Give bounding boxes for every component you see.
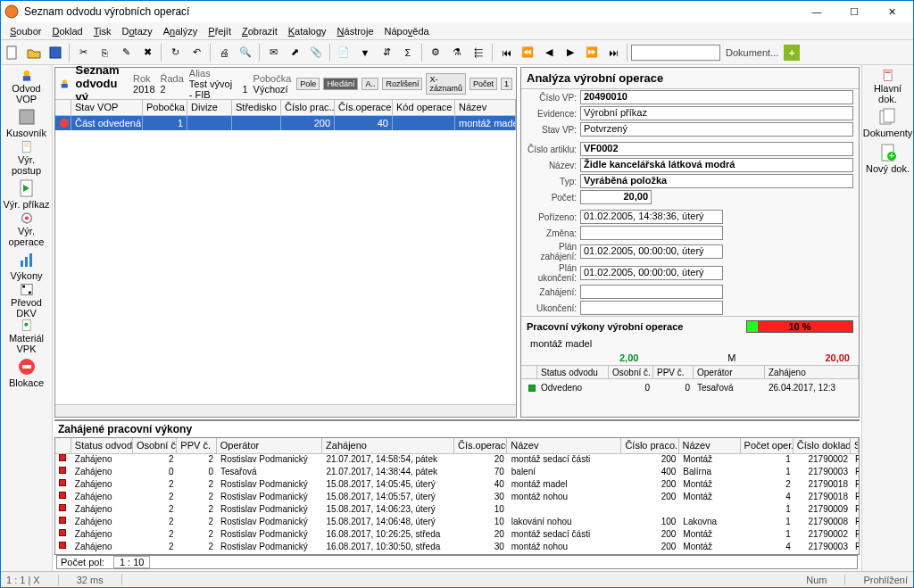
copy-icon[interactable]: ⎘ xyxy=(95,43,114,62)
open-icon[interactable] xyxy=(24,43,44,62)
attach-icon[interactable]: 📎 xyxy=(306,43,326,62)
nav-first-icon[interactable]: ⏮ xyxy=(496,43,516,62)
print-icon[interactable]: 🖨 xyxy=(214,43,234,62)
menu-zobrazit[interactable]: Zobrazit xyxy=(237,24,283,38)
porizeno-field[interactable]: 01.02.2005, 14:38:36, úterý xyxy=(580,210,723,224)
lower-row[interactable]: Zahájeno22Rostislav Podmanický16.08.2017… xyxy=(55,529,859,542)
menu-katalogy[interactable]: Katalogy xyxy=(283,24,332,38)
hledani-box[interactable]: Hledání xyxy=(323,78,358,90)
perf-row[interactable]: Odvedeno 0 0 Tesařová 26.04.2017, 12:3 xyxy=(521,379,859,396)
tool3-icon[interactable]: ⬱ xyxy=(469,43,488,62)
mail-icon[interactable]: ✉ xyxy=(263,43,283,62)
svg-point-20 xyxy=(24,323,28,327)
statusbar: 1 : 1 | X 32 ms Num Prohlížení xyxy=(1,571,913,587)
evidence-field[interactable]: Výrobní příkaz xyxy=(580,106,853,120)
tool-vykony[interactable]: Výkony xyxy=(3,247,51,283)
grid-hscroll[interactable] xyxy=(55,404,516,417)
prevod-dkv-icon xyxy=(17,283,37,296)
svg-point-25 xyxy=(60,119,69,128)
export-icon[interactable]: ⬈ xyxy=(285,43,304,62)
doc-icon[interactable]: 📄 xyxy=(334,43,353,62)
svg-rect-1 xyxy=(7,46,16,59)
pocet-field[interactable]: 20,00 xyxy=(580,190,652,204)
refresh-icon[interactable]: ↻ xyxy=(165,43,185,62)
lower-row[interactable]: Zahájeno22Rostislav Podmanický15.08.2017… xyxy=(55,479,859,492)
maximize-button[interactable]: ☐ xyxy=(836,2,872,21)
tool-vyr-postup[interactable]: Výr. postup xyxy=(3,140,51,176)
nazev-field[interactable]: Židle kancelářská látková modrá xyxy=(580,158,853,172)
lower-row[interactable]: Zahájeno22Rostislav Podmanický16.08.2017… xyxy=(55,542,859,554)
svg-rect-26 xyxy=(884,70,892,80)
typ-field[interactable]: Vyráběná položka xyxy=(580,174,853,188)
filter-icon[interactable]: ▼ xyxy=(355,43,375,62)
tool-odvod-vop[interactable]: Odvod VOP xyxy=(3,69,51,104)
nav-next-icon[interactable]: ▶ xyxy=(561,43,580,62)
svg-rect-18 xyxy=(29,292,31,294)
save-icon[interactable] xyxy=(46,43,65,62)
minimize-button[interactable]: — xyxy=(799,2,835,21)
new-doc-icon[interactable] xyxy=(3,43,22,62)
svg-rect-14 xyxy=(25,257,28,267)
preview-icon[interactable]: 🔍 xyxy=(236,43,255,62)
tool-vyr-prikaz[interactable]: Výr. příkaz xyxy=(3,176,51,211)
cut-icon[interactable]: ✂ xyxy=(73,43,93,62)
menu-tisk[interactable]: Tisk xyxy=(88,24,117,38)
vyr-operace-icon xyxy=(17,211,37,225)
tool-vyr-operace[interactable]: Výr. operace xyxy=(3,211,51,247)
menu-soubor[interactable]: Soubor xyxy=(4,24,46,38)
menu-napoveda[interactable]: Nápověda xyxy=(379,24,435,38)
window-title: Seznam odvodu výrobních operací xyxy=(24,5,799,18)
status-red-icon xyxy=(59,479,66,486)
stav-vp-field[interactable]: Potvrzený xyxy=(580,122,853,137)
sort-icon[interactable]: ⇵ xyxy=(377,43,396,62)
add-document-button[interactable]: + xyxy=(784,45,800,61)
vykony-icon xyxy=(17,250,37,269)
nav-last-icon[interactable]: ⏭ xyxy=(603,43,623,62)
lower-row[interactable]: Zahájeno22Rostislav Podmanický21.07.2017… xyxy=(55,454,859,467)
cislo-art-field[interactable]: VF0002 xyxy=(580,142,853,156)
menu-prejit[interactable]: Přejít xyxy=(203,24,237,38)
sum-icon[interactable]: Σ xyxy=(398,43,418,62)
close-button[interactable]: ✕ xyxy=(874,2,910,21)
nav-prev-page-icon[interactable]: ⏪ xyxy=(518,43,537,62)
lower-row[interactable]: Zahájeno22Rostislav Podmanický15.08.2017… xyxy=(55,504,859,517)
lower-row[interactable]: Zahájeno22Rostislav Podmanický15.08.2017… xyxy=(55,517,859,529)
tool-kusovnik[interactable]: Kusovník xyxy=(3,104,51,140)
plan-zah-field[interactable]: 01.02.2005, 00:00:00, úterý xyxy=(580,244,723,259)
kusovnik-icon xyxy=(17,107,37,127)
lower-grid[interactable]: Status odvodu Osobní č. PPV č. Operátor … xyxy=(54,437,860,555)
status-red-icon xyxy=(59,542,66,549)
nav-prev-icon[interactable]: ◀ xyxy=(539,43,559,62)
lower-row[interactable]: Zahájeno22Rostislav Podmanický15.08.2017… xyxy=(55,492,859,504)
menu-doklad[interactable]: Doklad xyxy=(46,24,87,38)
a-box[interactable]: A.. xyxy=(361,78,378,90)
tool-dokumenty[interactable]: Dokumenty xyxy=(864,104,912,140)
ukonceni-field[interactable] xyxy=(580,301,723,315)
grid-body[interactable]: Část odvedená 1 200 40 montáž madel xyxy=(55,116,516,404)
tool-prevod-dkv[interactable]: Převod DKV xyxy=(3,283,51,319)
lower-row[interactable]: Zahájeno00Tesařová21.07.2017, 14:38:44, … xyxy=(55,467,859,479)
edit-icon[interactable]: ✎ xyxy=(116,43,136,62)
menu-analyzy[interactable]: Analýzy xyxy=(158,24,204,38)
search-input[interactable] xyxy=(631,45,720,61)
xzaznamu-box: X-záznamů xyxy=(426,73,466,95)
plan-uk-field[interactable]: 01.02.2005, 00:00:00, úterý xyxy=(580,266,723,280)
tool-blokace[interactable]: Blokace xyxy=(3,354,51,390)
progress-bar: 10 % xyxy=(746,320,853,333)
tool2-icon[interactable]: ⚗ xyxy=(447,43,467,62)
cislo-vp-field[interactable]: 20490010 xyxy=(580,90,853,104)
menu-dotazy[interactable]: Dotazy xyxy=(117,24,158,38)
svg-rect-4 xyxy=(22,76,29,80)
nav-next-page-icon[interactable]: ⏩ xyxy=(582,43,602,62)
undo-icon[interactable]: ↶ xyxy=(187,43,206,62)
delete-icon[interactable]: ✖ xyxy=(137,43,157,62)
analysis-panel: Analýza výrobní operace Číslo VP:2049001… xyxy=(520,67,860,418)
grid-row[interactable]: Část odvedená 1 200 40 montáž madel xyxy=(55,116,516,130)
zmena-field[interactable] xyxy=(580,226,723,240)
tool-hlavni-dok[interactable]: Hlavní dok. xyxy=(864,69,912,104)
zahajeni-field[interactable] xyxy=(580,285,723,299)
tool1-icon[interactable]: ⚙ xyxy=(426,43,445,62)
tool-material-vpk[interactable]: Materiál VPK xyxy=(3,319,51,354)
menu-nastroje[interactable]: Nástroje xyxy=(332,24,379,38)
tool-novy-dok[interactable]: +Nový dok. xyxy=(864,140,912,176)
